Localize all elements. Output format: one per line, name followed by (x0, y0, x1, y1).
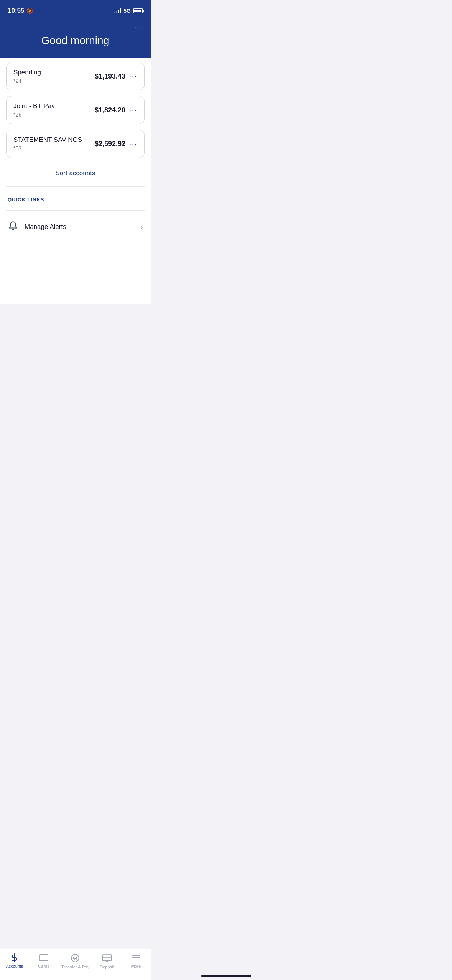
account-card-joint-bill-pay[interactable]: Joint - Bill Pay *26 $1,824.20 ··· (6, 96, 145, 124)
account-balance-joint-bill-pay: $1,824.20 (95, 106, 125, 114)
account-name-joint-bill-pay: Joint - Bill Pay (13, 102, 55, 110)
signal-bar-4 (120, 8, 121, 13)
account-number-spending: *24 (13, 78, 41, 84)
signal-bars (114, 8, 121, 13)
mute-icon: 🔕 (26, 8, 33, 14)
account-name-statement-savings: STATEMENT SAVINGS (13, 136, 82, 144)
divider-2 (6, 210, 145, 211)
signal-bar-2 (116, 11, 117, 13)
bell-icon (8, 221, 18, 233)
sort-accounts-container: Sort accounts (6, 163, 145, 183)
quick-links-label: QUICK LINKS (8, 197, 44, 202)
battery-icon (133, 8, 143, 13)
account-info-joint-bill-pay: Joint - Bill Pay *26 (13, 102, 55, 118)
account-options-joint-bill-pay[interactable]: ··· (129, 106, 137, 114)
account-options-spending[interactable]: ··· (129, 72, 137, 81)
status-right: 5G (114, 8, 143, 14)
chevron-right-icon: › (141, 224, 143, 230)
account-right-statement-savings: $2,592.92 ··· (95, 140, 137, 148)
more-options-button[interactable]: ··· (134, 23, 143, 32)
account-card-spending[interactable]: Spending *24 $1,193.43 ··· (6, 62, 145, 90)
account-info-statement-savings: STATEMENT SAVINGS *53 (13, 136, 82, 151)
account-options-statement-savings[interactable]: ··· (129, 140, 137, 148)
account-card-statement-savings[interactable]: STATEMENT SAVINGS *53 $2,592.92 ··· (6, 130, 145, 158)
quick-link-left-alerts: Manage Alerts (8, 221, 66, 233)
account-balance-statement-savings: $2,592.92 (95, 140, 125, 148)
header: ··· Good morning (0, 19, 151, 58)
sort-accounts-button[interactable]: Sort accounts (56, 169, 95, 177)
account-right-spending: $1,193.43 ··· (95, 72, 137, 81)
account-info-spending: Spending *24 (13, 69, 41, 84)
quick-links-header: QUICK LINKS (6, 190, 145, 207)
status-bar: 10:55 🔕 5G (0, 0, 151, 19)
main-content: Spending *24 $1,193.43 ··· Joint - Bill … (0, 54, 151, 304)
manage-alerts-label: Manage Alerts (25, 223, 66, 231)
divider-1 (6, 186, 145, 187)
account-number-joint-bill-pay: *26 (13, 112, 55, 118)
signal-bar-1 (114, 12, 115, 13)
account-number-statement-savings: *53 (13, 145, 82, 151)
account-balance-spending: $1,193.43 (95, 72, 125, 81)
status-time: 10:55 🔕 (8, 7, 33, 15)
network-label: 5G (123, 8, 131, 14)
battery-fill (134, 10, 141, 12)
account-name-spending: Spending (13, 69, 41, 76)
account-right-joint-bill-pay: $1,824.20 ··· (95, 106, 137, 114)
quick-link-manage-alerts[interactable]: Manage Alerts › (6, 214, 145, 240)
signal-bar-3 (118, 10, 119, 13)
greeting-text: Good morning (8, 35, 143, 47)
